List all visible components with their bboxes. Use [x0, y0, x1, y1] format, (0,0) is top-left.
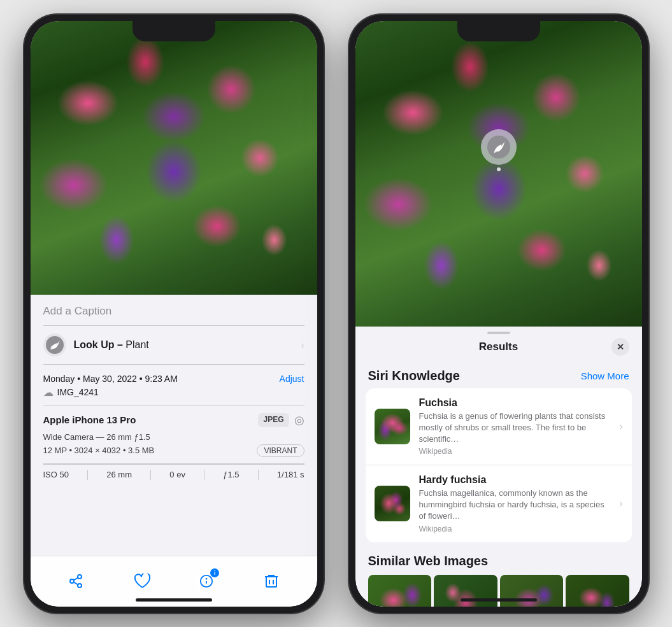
knowledge-item-hardy-fuchsia[interactable]: Hardy fuchsia Fuchsia magellanica, commo…: [366, 465, 632, 542]
svg-rect-6: [266, 577, 276, 587]
knowledge-item-fuchsia[interactable]: Fuchsia Fuchsia is a genus of flowering …: [366, 388, 632, 466]
delete-button[interactable]: [259, 568, 284, 594]
location-icon: ◎: [294, 413, 304, 427]
visual-lookup-button[interactable]: [481, 129, 517, 165]
siri-knowledge-header: Siri Knowledge Show More: [355, 361, 642, 388]
fuchsia-source: Wikipedia: [419, 447, 611, 456]
right-phone: Results ✕ Siri Knowledge Show More: [349, 15, 648, 613]
info-badge-dot: i: [210, 568, 219, 577]
hardy-fuchsia-chevron: ›: [619, 498, 622, 509]
fuchsia-thumbnail: [375, 409, 410, 444]
notch: [132, 21, 215, 41]
exif-aperture: ƒ1.5: [223, 470, 239, 479]
results-header: Results ✕: [355, 337, 642, 361]
hardy-fuchsia-desc: Fuchsia magellanica, commonly known as t…: [419, 488, 611, 523]
knowledge-card: Fuchsia Fuchsia is a genus of flowering …: [366, 388, 632, 542]
exif-iso: ISO 50: [43, 470, 69, 479]
meta-date: Monday • May 30, 2022 • 9:23 AM: [43, 374, 178, 384]
handle-bar: [487, 332, 510, 334]
similar-image-2[interactable]: [434, 575, 497, 607]
photo-area: [31, 21, 317, 295]
similar-image-4[interactable]: [566, 575, 629, 607]
right-photo-area: [355, 21, 642, 327]
meta-filename: ☁ IMG_4241: [43, 386, 304, 398]
hardy-fuchsia-source: Wikipedia: [419, 525, 611, 533]
results-handle: [355, 327, 642, 337]
vl-dot: [497, 167, 501, 171]
results-panel: Results ✕ Siri Knowledge Show More: [355, 327, 642, 607]
file-info: 12 MP • 3024 × 4032 • 3.5 MB: [43, 446, 155, 455]
adjust-button[interactable]: Adjust: [280, 374, 304, 384]
fuchsia-content: Fuchsia Fuchsia is a genus of flowering …: [419, 397, 611, 456]
notch-right: [457, 21, 540, 41]
fuchsia-name: Fuchsia: [419, 397, 611, 409]
camera-detail: Wide Camera — 26 mm ƒ1.5: [43, 432, 304, 442]
info-button[interactable]: i: [195, 570, 218, 593]
similar-image-3[interactable]: [500, 575, 564, 607]
caption-placeholder[interactable]: Add a Caption: [43, 305, 112, 317]
svg-point-0: [78, 575, 82, 579]
share-button[interactable]: [63, 568, 89, 594]
home-indicator-right: [461, 598, 537, 602]
leaf-icon: [46, 336, 64, 354]
similar-images-grid: [368, 575, 629, 607]
results-close-button[interactable]: ✕: [611, 338, 629, 356]
results-title: Results: [479, 341, 518, 353]
show-more-button[interactable]: Show More: [581, 370, 629, 381]
svg-point-2: [78, 584, 82, 588]
siri-knowledge-title: Siri Knowledge: [368, 369, 460, 383]
similar-web-images-section: Similar Web Images: [355, 546, 642, 607]
lookup-chevron: ›: [301, 340, 304, 350]
svg-point-1: [70, 579, 74, 583]
fuchsia-chevron: ›: [619, 421, 622, 432]
cloud-icon: ☁: [43, 386, 54, 398]
similar-image-1[interactable]: [368, 575, 432, 607]
lookup-icon: [43, 334, 66, 356]
similar-images-title: Similar Web Images: [368, 554, 629, 568]
device-name: Apple iPhone 13 Pro: [43, 414, 136, 425]
jpeg-badge: JPEG: [258, 413, 289, 427]
results-scroll[interactable]: Siri Knowledge Show More Fuchsia: [355, 361, 642, 607]
device-section: Apple iPhone 13 Pro JPEG ◎ Wide Camera —…: [43, 405, 304, 464]
caption-area[interactable]: Add a Caption: [43, 295, 304, 326]
home-indicator: [136, 598, 212, 602]
left-phone: Add a Caption Look Up – Plant: [24, 15, 324, 613]
hardy-fuchsia-name: Hardy fuchsia: [419, 474, 611, 486]
exif-row: ISO 50 26 mm 0 ev ƒ1.5 1/181 s: [43, 464, 304, 483]
hardy-fuchsia-content: Hardy fuchsia Fuchsia magellanica, commo…: [419, 474, 611, 533]
meta-section: Monday • May 30, 2022 • 9:23 AM Adjust ☁…: [43, 365, 304, 405]
exif-ev: 0 ev: [169, 470, 185, 479]
fuchsia-desc: Fuchsia is a genus of flowering plants t…: [419, 411, 611, 446]
vibrant-badge: VIBRANT: [257, 444, 304, 457]
hardy-fuchsia-thumbnail: [375, 486, 410, 521]
lookup-label: Look Up – Plant: [74, 339, 149, 351]
exif-shutter: 1/181 s: [277, 470, 304, 479]
favorite-button[interactable]: [129, 568, 155, 594]
exif-focal: 26 mm: [106, 470, 132, 479]
lookup-row[interactable]: Look Up – Plant ›: [43, 326, 304, 365]
visual-lookup-icon: [487, 136, 510, 159]
